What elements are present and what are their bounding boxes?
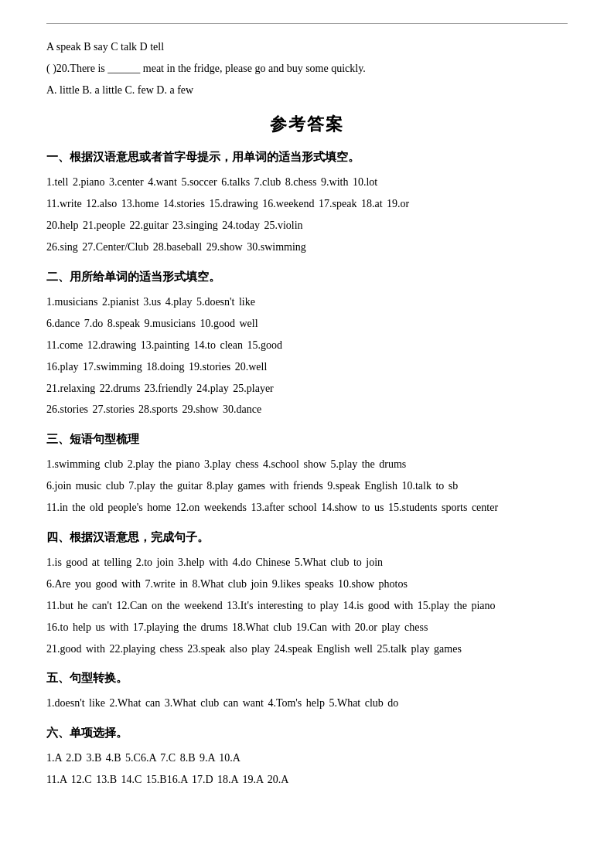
answer-line-0-3: 26.sing 27.Center/Club 28.baseball 29.sh…: [46, 237, 568, 257]
answer-line-5-1: 11.A 12.C 13.B 14.C 15.B16.A 17.D 18.A 1…: [46, 770, 568, 790]
answer-line-4-0: 1.doesn't like 2.What can 3.What club ca…: [46, 693, 568, 713]
section-title-5: 六、单项选择。: [46, 723, 568, 744]
answer-line-0-0: 1.tell 2.piano 3.center 4.want 5.soccer …: [46, 172, 568, 192]
section-section2: 二、用所给单词的适当形式填空。1.musicians 2.pianist 3.u…: [46, 267, 568, 420]
question-line-2: ( )20.There is ______ meat in the fridge…: [46, 60, 568, 78]
question-section: A speak B say C talk D tell ( )20.There …: [46, 38, 568, 99]
section-section1: 一、根据汉语意思或者首字母提示，用单词的适当形式填空。1.tell 2.pian…: [46, 147, 568, 257]
section-section3: 三、短语句型梳理1.swimming club 2.play the piano…: [46, 429, 568, 518]
answer-line-0-1: 11.write 12.also 13.home 14.stories 15.d…: [46, 194, 568, 214]
answer-title: 参考答案: [46, 113, 568, 136]
section-section5: 五、句型转换。1.doesn't like 2.What can 3.What …: [46, 668, 568, 713]
section-section4: 四、根据汉语意思，完成句子。1.is good at telling 2.to …: [46, 527, 568, 659]
answer-line-3-3: 16.to help us with 17.playing the drums …: [46, 618, 568, 638]
answer-line-1-0: 1.musicians 2.pianist 3.us 4.play 5.does…: [46, 292, 568, 312]
answer-line-1-3: 16.play 17.swimming 18.doing 19.stories …: [46, 357, 568, 377]
answer-line-1-1: 6.dance 7.do 8.speak 9.musicians 10.good…: [46, 314, 568, 334]
answer-line-3-2: 11.but he can't 12.Can on the weekend 13…: [46, 596, 568, 616]
section-title-4: 五、句型转换。: [46, 668, 568, 689]
answer-line-1-4: 21.relaxing 22.drums 23.friendly 24.play…: [46, 379, 568, 399]
question-line-3: A. little B. a little C. few D. a few: [46, 81, 568, 100]
answer-line-2-2: 11.in the old people's home 12.on weeken…: [46, 498, 568, 518]
answer-line-1-2: 11.come 12.drawing 13.painting 14.to cle…: [46, 335, 568, 356]
answer-line-2-1: 6.join music club 7.play the guitar 8.pl…: [46, 476, 568, 496]
top-divider: [46, 23, 568, 24]
section-section6: 六、单项选择。1.A 2.D 3.B 4.B 5.C6.A 7.C 8.B 9.…: [46, 723, 568, 790]
section-title-2: 三、短语句型梳理: [46, 429, 568, 450]
answer-line-1-5: 26.stories 27.stories 28.sports 29.show …: [46, 400, 568, 420]
answer-line-0-2: 20.help 21.people 22.guitar 23.singing 2…: [46, 216, 568, 236]
answer-line-5-0: 1.A 2.D 3.B 4.B 5.C6.A 7.C 8.B 9.A 10.A: [46, 748, 568, 768]
sections-container: 一、根据汉语意思或者首字母提示，用单词的适当形式填空。1.tell 2.pian…: [46, 147, 568, 790]
section-title-3: 四、根据汉语意思，完成句子。: [46, 527, 568, 548]
section-title-1: 二、用所给单词的适当形式填空。: [46, 267, 568, 288]
answer-line-3-4: 21.good with 22.playing chess 23.speak a…: [46, 639, 568, 659]
section-title-0: 一、根据汉语意思或者首字母提示，用单词的适当形式填空。: [46, 147, 568, 168]
answer-line-3-0: 1.is good at telling 2.to join 3.help wi…: [46, 553, 568, 573]
question-line-1: A speak B say C talk D tell: [46, 38, 568, 56]
answer-line-3-1: 6.Are you good with 7.write in 8.What cl…: [46, 574, 568, 594]
answer-line-2-0: 1.swimming club 2.play the piano 3.play …: [46, 454, 568, 475]
